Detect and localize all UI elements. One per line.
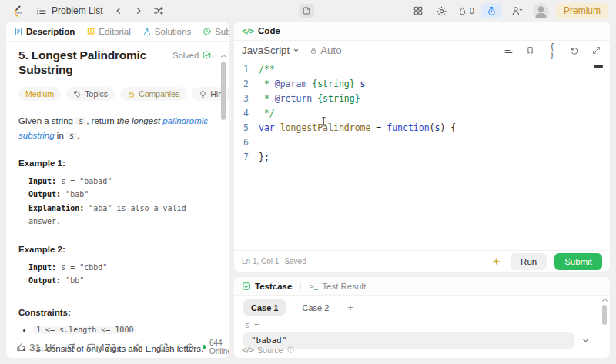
editor-toolbar: JavaScript Auto { } — [234, 41, 610, 60]
timer-button[interactable] — [481, 3, 502, 18]
next-question-button[interactable] — [130, 2, 147, 19]
constraint-item: 1 <= s.length <= 1000 — [33, 325, 216, 334]
tab-testcase[interactable]: Testcase — [242, 282, 292, 291]
statement-text: the longest — [117, 116, 162, 125]
example-heading: Example 1: — [18, 159, 216, 168]
example-row: Explanation: "aba" is also a valid answe… — [28, 202, 216, 229]
param-label: s = — [245, 321, 590, 329]
streak-count: 0 — [470, 6, 474, 15]
prev-question-button[interactable] — [110, 2, 127, 19]
saved-status: Saved — [284, 257, 306, 265]
problem-scrollbar[interactable] — [219, 54, 227, 120]
format-code-button[interactable] — [502, 45, 514, 57]
testcase-scrollbar[interactable] — [601, 298, 608, 325]
apps-grid-button[interactable] — [410, 2, 427, 19]
editor-tools: { } — [502, 45, 602, 57]
source-button[interactable]: Source — [257, 346, 283, 355]
tab-solutions[interactable]: Solutions — [142, 27, 191, 36]
tab-submissions[interactable]: Submissions — [203, 27, 229, 36]
example-row: Output: "bab" — [28, 188, 216, 202]
example-block: Input: s = "babad"Output: "bab"Explanati… — [18, 175, 216, 229]
code-line: 2 * @param {string} s — [234, 77, 610, 92]
tab-editorial[interactable]: Editorial — [86, 27, 131, 36]
stopwatch-icon — [487, 6, 497, 16]
code-lines: 1/**2 * @param {string} s3 * @return {st… — [234, 62, 610, 165]
gear-icon — [436, 5, 447, 17]
problem-panel: Description Editorial Solutions Submissi… — [6, 22, 229, 358]
difficulty-badge: Medium — [18, 87, 61, 101]
cursor-position: Ln 1, Col 1 — [242, 257, 279, 265]
tab-testcase-label: Testcase — [255, 282, 292, 291]
tab-test-result[interactable]: >_ Test Result — [310, 282, 366, 291]
like-count: 31.1K — [29, 342, 56, 353]
run-button[interactable]: Run — [511, 253, 547, 270]
tab-code[interactable]: Code — [258, 26, 280, 35]
help-button[interactable]: ? — [182, 341, 197, 354]
comments-button[interactable]: 473 — [84, 340, 119, 355]
topics-button[interactable]: Topics — [66, 87, 115, 101]
line-number: 1 — [234, 62, 259, 77]
premium-button[interactable]: Premium — [556, 3, 608, 19]
scrollbar-thumb[interactable] — [602, 305, 607, 325]
reset-icon — [570, 46, 579, 55]
constraints-heading: Constraints: — [18, 308, 216, 317]
user-avatar[interactable] — [533, 3, 549, 19]
scrollbar-thumb[interactable] — [221, 62, 226, 120]
example-block: Input: s = "cbbd"Output: "bb" — [18, 261, 216, 288]
code-panel: </> Code JavaScript Auto — [234, 22, 610, 272]
minimap-dash — [594, 65, 603, 68]
notes-button[interactable] — [299, 4, 314, 18]
auto-toggle[interactable]: Auto — [310, 45, 341, 56]
comment-icon — [86, 342, 96, 352]
like-button[interactable]: 31.1K — [14, 340, 59, 355]
svg-text:i: i — [290, 347, 291, 352]
submit-button[interactable]: Submit — [554, 253, 602, 270]
example-row: Input: s = "cbbd" — [28, 261, 216, 275]
statement-text: s — [66, 132, 77, 140]
case-list: Case 1 Case 2 + — [243, 299, 590, 316]
random-question-button[interactable] — [150, 2, 167, 19]
leetcode-logo[interactable] — [8, 2, 26, 20]
case-1-chip[interactable]: Case 1 — [243, 299, 286, 316]
lock-icon — [310, 47, 317, 55]
tab-description-label: Description — [26, 27, 75, 36]
dislike-button[interactable] — [64, 341, 79, 354]
fullscreen-button[interactable] — [590, 45, 602, 57]
add-case-button[interactable]: + — [345, 302, 356, 313]
problem-content: 5. Longest Palindromic Substring Solved … — [6, 42, 229, 336]
tag-icon — [73, 90, 82, 99]
streak-counter[interactable]: 0 — [457, 6, 474, 16]
problem-list-button[interactable]: Problem List — [32, 2, 107, 20]
line-number: 3 — [234, 92, 259, 106]
line-number: 4 — [234, 106, 259, 121]
editorial-book-icon — [86, 27, 95, 36]
brackets-button[interactable]: { } — [545, 45, 559, 57]
share-button[interactable] — [156, 341, 171, 354]
language-select[interactable]: JavaScript — [242, 45, 300, 56]
info-circle-icon: i — [286, 346, 295, 354]
statement-text: , return — [86, 116, 117, 125]
online-dot-icon — [203, 345, 206, 349]
online-count: 644 Online — [203, 339, 229, 356]
code-editor[interactable]: 1/**2 * @param {string} s3 * @return {st… — [234, 60, 610, 250]
problem-meta-pills: Medium Topics Companies — [18, 87, 216, 101]
chevron-left-icon — [114, 6, 123, 15]
share-icon — [159, 342, 169, 352]
case-2-chip[interactable]: Case 2 — [294, 299, 336, 316]
companies-label: Companies — [139, 89, 179, 99]
line-number: 2 — [234, 77, 259, 92]
companies-button[interactable]: Companies — [120, 87, 186, 101]
settings-button[interactable] — [434, 2, 450, 19]
thumbs-up-icon — [16, 342, 26, 352]
collaborate-button[interactable] — [509, 2, 526, 19]
tab-description[interactable]: Description — [14, 27, 75, 36]
description-doc-icon — [14, 27, 23, 36]
debug-notes-button[interactable] — [489, 255, 503, 269]
favorite-button[interactable] — [130, 341, 145, 354]
reset-code-button[interactable] — [568, 45, 581, 57]
text-cursor-pointer — [320, 116, 327, 127]
bookmark-button[interactable] — [524, 45, 536, 57]
chevron-right-icon — [134, 6, 143, 15]
shuffle-icon — [153, 5, 164, 16]
line-number: 5 — [234, 121, 259, 135]
